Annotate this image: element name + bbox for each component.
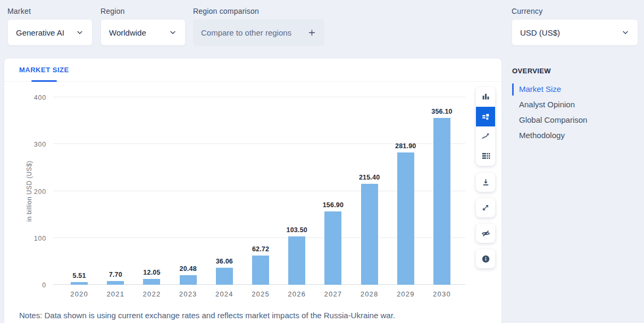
block-chart-view-button[interactable] bbox=[476, 107, 495, 126]
bar-2026[interactable] bbox=[288, 236, 305, 285]
hide-labels-button[interactable] bbox=[476, 224, 495, 243]
bar-value-2025: 62.72 bbox=[252, 245, 269, 253]
tab-market-size[interactable]: MARKET SIZE bbox=[19, 58, 69, 81]
bar-group-2029: 281.902029 bbox=[388, 97, 424, 285]
tab-bar: MARKET SIZE bbox=[4, 58, 501, 82]
bar-2021[interactable] bbox=[107, 281, 124, 285]
hide-labels-icon bbox=[481, 228, 491, 239]
overview-nav: Market SizeAnalyst OpinionGlobal Compari… bbox=[512, 82, 640, 143]
region-select[interactable]: Worldwide bbox=[101, 19, 186, 46]
region-comparison-label: Region comparison bbox=[193, 7, 324, 15]
bar-2027[interactable] bbox=[324, 211, 341, 285]
bar-group-2020: 5.512020 bbox=[61, 97, 97, 285]
info-button[interactable] bbox=[476, 249, 495, 268]
region-comparison-filter: Region comparison Compare to other regio… bbox=[193, 7, 324, 46]
chevron-down-icon bbox=[76, 28, 84, 37]
currency-select-value: USD (US$) bbox=[520, 28, 560, 37]
bar-value-2022: 12.05 bbox=[143, 269, 160, 276]
market-size-card: MARKET SIZE in billion USD (US$) 5.51202… bbox=[4, 58, 501, 323]
region-select-value: Worldwide bbox=[109, 28, 146, 37]
bar-value-2024: 36.06 bbox=[216, 258, 233, 265]
chevron-down-icon bbox=[169, 28, 177, 37]
tab-active-underline bbox=[31, 80, 57, 82]
bar-value-2030: 356.10 bbox=[431, 108, 452, 115]
bar-group-2021: 7.702021 bbox=[97, 97, 133, 285]
y-tick-300: 300 bbox=[25, 141, 46, 148]
plus-icon bbox=[307, 28, 316, 37]
table-icon bbox=[481, 151, 491, 161]
bar-value-2028: 215.40 bbox=[359, 174, 380, 181]
bar-value-2029: 281.90 bbox=[395, 142, 416, 150]
block-chart-icon bbox=[481, 112, 491, 122]
bar-group-2030: 356.102030 bbox=[424, 97, 460, 285]
bar-2029[interactable] bbox=[397, 152, 414, 285]
compare-regions-text: Compare to other regions bbox=[201, 28, 291, 37]
y-tick-400: 400 bbox=[25, 94, 46, 101]
y-tick-200: 200 bbox=[25, 188, 46, 196]
bar-2030[interactable] bbox=[433, 118, 450, 285]
market-filter-label: Market bbox=[7, 7, 93, 15]
fullscreen-button[interactable] bbox=[476, 198, 495, 217]
info-icon bbox=[481, 254, 491, 264]
overview-sidebar: OVERVIEW Market SizeAnalyst OpinionGloba… bbox=[512, 67, 640, 143]
line-chart-view-button[interactable] bbox=[476, 126, 495, 146]
compare-regions-button[interactable]: Compare to other regions bbox=[193, 19, 324, 46]
x-label-2030: 2030 bbox=[419, 290, 465, 298]
market-select[interactable]: Generative AI bbox=[7, 19, 93, 46]
sidebar-item-global-comparison[interactable]: Global Comparison bbox=[512, 113, 640, 128]
bar-group-2027: 156.902027 bbox=[315, 97, 351, 285]
currency-select[interactable]: USD (US$) bbox=[512, 19, 638, 46]
bar-2024[interactable] bbox=[216, 268, 233, 285]
region-filter: Region Worldwide bbox=[101, 7, 186, 46]
sidebar-item-methodology[interactable]: Methodology bbox=[512, 128, 640, 143]
bar-2028[interactable] bbox=[361, 184, 378, 285]
bar-group-2023: 20.482023 bbox=[170, 97, 206, 285]
bar-group-2024: 36.062024 bbox=[206, 97, 242, 285]
bar-group-2026: 103.502026 bbox=[279, 97, 315, 285]
chart-notes: Notes: Data shown is using current excha… bbox=[19, 311, 395, 320]
bar-2022[interactable] bbox=[143, 279, 160, 285]
bar-2020[interactable] bbox=[71, 282, 88, 285]
y-tick-100: 100 bbox=[25, 235, 46, 242]
plot-area: 5.5120207.70202112.05202220.48202336.062… bbox=[53, 97, 465, 285]
download-icon bbox=[481, 177, 491, 188]
bars: 5.5120207.70202112.05202220.48202336.062… bbox=[61, 97, 460, 285]
currency-filter: Currency USD (US$) bbox=[512, 7, 638, 46]
bar-value-2026: 103.50 bbox=[287, 226, 307, 234]
market-filter: Market Generative AI bbox=[7, 7, 93, 46]
chart-toolbar bbox=[476, 87, 495, 275]
bar-2023[interactable] bbox=[180, 275, 197, 285]
table-view-button[interactable] bbox=[476, 146, 495, 166]
download-button[interactable] bbox=[476, 173, 495, 192]
region-filter-label: Region bbox=[101, 7, 186, 15]
tab-market-size-label: MARKET SIZE bbox=[19, 66, 69, 74]
currency-filter-label: Currency bbox=[512, 7, 638, 15]
overview-title: OVERVIEW bbox=[512, 67, 640, 75]
bar-group-2022: 12.052022 bbox=[133, 97, 170, 285]
bar-value-2021: 7.70 bbox=[109, 271, 122, 278]
bar-chart-icon bbox=[481, 92, 491, 102]
sidebar-item-market-size[interactable]: Market Size bbox=[512, 82, 640, 97]
expand-icon bbox=[481, 203, 490, 212]
bar-chart-view-button[interactable] bbox=[476, 87, 495, 107]
line-chart-icon bbox=[481, 131, 491, 141]
bar-2025[interactable] bbox=[252, 256, 269, 285]
bar-group-2025: 62.722025 bbox=[242, 97, 279, 285]
market-select-value: Generative AI bbox=[16, 28, 64, 37]
bar-value-2020: 5.51 bbox=[73, 272, 86, 279]
chevron-down-icon bbox=[621, 28, 630, 37]
bar-value-2027: 156.90 bbox=[323, 201, 344, 209]
bar-group-2028: 215.402028 bbox=[352, 97, 388, 285]
sidebar-item-analyst-opinion[interactable]: Analyst Opinion bbox=[512, 97, 640, 113]
chart-type-switcher bbox=[476, 87, 495, 166]
y-tick-0: 0 bbox=[25, 282, 46, 289]
bar-value-2023: 20.48 bbox=[180, 265, 197, 273]
